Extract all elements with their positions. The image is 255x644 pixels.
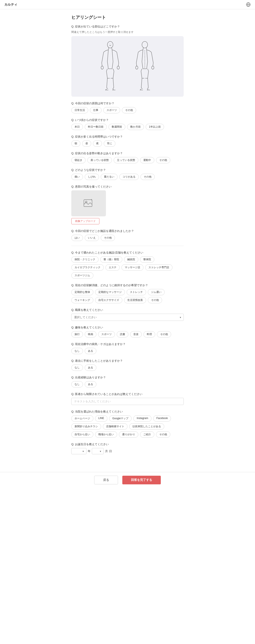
year-select[interactable]: 2024202320222021202020192018201720162015… xyxy=(71,448,86,454)
restriction-input[interactable] xyxy=(71,398,184,405)
tag-over-year[interactable]: 1年以上前 xyxy=(146,124,164,130)
tag-sports[interactable]: スポーツ xyxy=(103,107,120,113)
tag-regular-seitai[interactable]: 定期的な整体 xyxy=(71,289,93,295)
q5-options: 寝起き 座っている状態 立っている状態 運動中 その他 xyxy=(71,157,184,163)
tag-music[interactable]: 音楽 xyxy=(130,331,142,338)
tag-numb[interactable]: しびれ xyxy=(85,174,99,180)
body-diagram[interactable] xyxy=(71,36,184,97)
tag-facebook[interactable]: Facebook xyxy=(153,415,171,422)
tag-google-maps[interactable]: Googleマップ xyxy=(109,415,132,422)
tag-search-site[interactable]: 店舗検索サイト xyxy=(103,423,127,430)
tag-few-days[interactable]: 昨日〜数日前 xyxy=(85,124,107,130)
tag-home-exercise[interactable]: 自宅エクササイズ xyxy=(95,297,122,303)
tag-always[interactable]: 常に xyxy=(104,140,115,147)
tag-morning[interactable]: 朝 xyxy=(71,140,80,147)
q7-label: Q. 患部の写真を撮ってください xyxy=(71,185,184,189)
q14-section: Q. 過去に手術をしたことがありますか？ なし ある xyxy=(71,359,184,371)
tag-none3[interactable]: なし xyxy=(71,381,83,388)
tag-other7[interactable]: その他 xyxy=(156,431,170,438)
tag-stiff[interactable]: コリがある xyxy=(119,174,139,180)
svg-line-11 xyxy=(143,48,143,50)
tag-homepage[interactable]: ホームページ xyxy=(71,415,93,422)
q18-section: Q. お誕生日を教えてください 202420232022202120202019… xyxy=(71,442,184,454)
month-select[interactable]: 123456789101112 xyxy=(92,448,104,454)
tag-gym2[interactable]: ジム通い xyxy=(148,289,165,295)
tag-few-weeks[interactable]: 数週間前 xyxy=(108,124,125,130)
tag-none1[interactable]: なし xyxy=(71,348,83,354)
back-button[interactable]: 戻る xyxy=(94,476,118,484)
photo-upload-box[interactable] xyxy=(71,190,106,216)
tag-other4[interactable]: その他 xyxy=(101,235,115,241)
tag-noon[interactable]: 昼 xyxy=(82,140,91,147)
tag-seikotsu[interactable]: 整（後）骨院 xyxy=(100,256,122,262)
svg-line-4 xyxy=(108,48,109,50)
tag-other2[interactable]: その他 xyxy=(156,157,170,163)
tag-other[interactable]: その他 xyxy=(122,107,136,113)
tag-cooking[interactable]: 料理 xyxy=(144,331,155,338)
tag-wakeup[interactable]: 寝起き xyxy=(71,157,86,163)
tag-sitting[interactable]: 座っている状態 xyxy=(87,157,112,163)
tag-instagram[interactable]: Instagram xyxy=(133,415,151,422)
tag-sports2[interactable]: スポーツ xyxy=(98,331,115,338)
tag-reading[interactable]: 読書 xyxy=(117,331,128,338)
q12-options: 旅行 映画 スポーツ 読書 音楽 料理 その他 xyxy=(71,331,184,338)
q13-section: Q. 現在治療中の病気・ケガはありますか？ なし ある xyxy=(71,342,184,354)
tag-stretch2[interactable]: ストレッチ xyxy=(127,289,146,295)
q18-label: Q. お誕生日を教えてください xyxy=(71,442,184,446)
globe-icon[interactable] xyxy=(246,2,251,7)
tag-chiro[interactable]: カイロプラクティック xyxy=(71,264,104,270)
tag-referral[interactable]: ご紹介 xyxy=(140,431,154,438)
tag-acupuncture[interactable]: 鍼灸院 xyxy=(124,256,138,262)
tag-seitai[interactable]: 整体院 xyxy=(140,256,154,262)
tag-night[interactable]: 夜 xyxy=(93,140,102,147)
tag-daily-life[interactable]: 日常生活 xyxy=(71,107,88,113)
tag-movie[interactable]: 映画 xyxy=(85,331,96,338)
tag-stretch[interactable]: ストレッチ専門店 xyxy=(145,264,172,270)
occupation-select[interactable]: 選択してください 会社員 自営業 学生 主婦 その他 xyxy=(71,314,184,321)
tag-yes[interactable]: はい xyxy=(71,235,83,241)
tag-yes1[interactable]: ある xyxy=(85,348,96,354)
app-header: カルティ xyxy=(0,0,255,9)
q6-options: 痛い しびれ 重だるい コリがある その他 xyxy=(71,174,184,180)
tag-other6[interactable]: その他 xyxy=(157,331,171,338)
upload-button[interactable]: 画像アップロード xyxy=(71,218,99,224)
tag-lifestyle[interactable]: 生活習慣改善 xyxy=(124,297,146,303)
tag-standing[interactable]: 立っている状態 xyxy=(114,157,138,163)
tag-exercising[interactable]: 運動中 xyxy=(140,157,154,163)
tag-near-work[interactable]: 職場から近い xyxy=(95,431,117,438)
q17-options: ホームページ LINE Googleマップ Instagram Facebook… xyxy=(71,415,184,438)
tag-hospital[interactable]: 病院・クリニック xyxy=(71,256,99,262)
tag-other3[interactable]: その他 xyxy=(140,174,155,180)
tag-passing[interactable]: 通りがかり xyxy=(119,431,138,438)
tag-newspaper[interactable]: 新聞折り込みチラシ xyxy=(71,423,101,430)
q10-label: Q. 現在の症状解消後、どのように維持するのが希望ですか？ xyxy=(71,284,184,287)
tag-no[interactable]: いいえ xyxy=(85,235,99,241)
tag-yes3[interactable]: ある xyxy=(85,381,96,388)
q5-section: Q. 症状の出る姿勢や動きはありますか？ 寝起き 座っている状態 立っている状態… xyxy=(71,152,184,163)
tag-other5[interactable]: その他 xyxy=(148,297,162,303)
tag-travel[interactable]: 旅行 xyxy=(71,331,83,338)
tag-today[interactable]: 本日 xyxy=(71,124,83,130)
tag-previous-visit[interactable]: 以前来院したことがある xyxy=(129,423,164,430)
body-front[interactable] xyxy=(97,40,123,92)
body-back[interactable] xyxy=(132,40,158,92)
svg-point-3 xyxy=(107,41,113,48)
month-label: 月 xyxy=(105,449,108,453)
tag-line[interactable]: LINE xyxy=(95,415,107,422)
tag-massage[interactable]: マッサージ店 xyxy=(121,264,144,270)
q4-section: Q. 症状が多く出る時間帯はいつですか？ 朝 昼 夜 常に xyxy=(71,135,184,147)
divider1 xyxy=(71,246,184,246)
submit-button[interactable]: 回答を完了する xyxy=(122,476,161,484)
tag-near-home[interactable]: 自宅から近い xyxy=(71,431,93,438)
tag-esthetic[interactable]: エステ xyxy=(105,264,120,270)
tag-work[interactable]: 仕事 xyxy=(90,107,102,113)
tag-gym[interactable]: スポーツジム xyxy=(71,272,93,279)
q9-options: 病院・クリニック 整（後）骨院 鍼灸院 整体院 カイロプラクティック エステ マ… xyxy=(71,256,184,279)
tag-regular-massage[interactable]: 定期的なマッサージ xyxy=(95,289,125,295)
tag-few-months[interactable]: 数か月前 xyxy=(127,124,144,130)
tag-yes2[interactable]: ある xyxy=(85,364,96,371)
tag-none2[interactable]: なし xyxy=(71,364,83,371)
tag-walking[interactable]: ウォーキング xyxy=(71,297,93,303)
tag-pain[interactable]: 痛い xyxy=(71,174,83,180)
tag-heavy[interactable]: 重だるい xyxy=(101,174,118,180)
